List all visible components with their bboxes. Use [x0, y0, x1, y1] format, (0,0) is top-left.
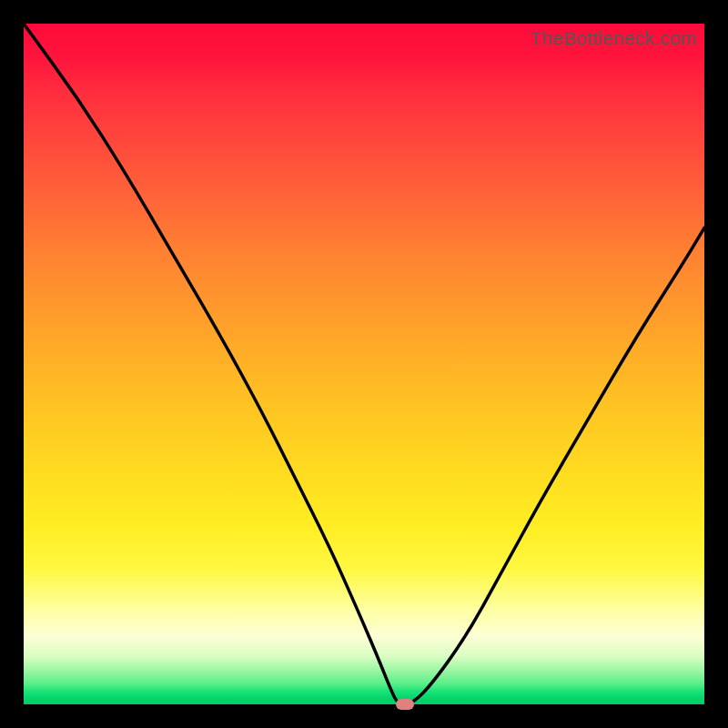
optimum-marker [396, 699, 414, 710]
chart-container: TheBottleneck.com [0, 0, 728, 728]
plot-area: TheBottleneck.com [24, 24, 704, 704]
bottleneck-curve [24, 24, 704, 704]
